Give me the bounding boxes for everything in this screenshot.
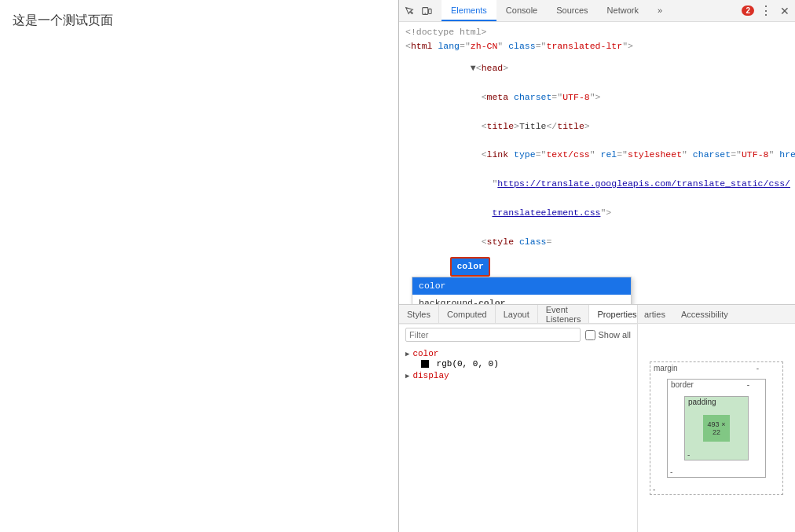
- color-swatch: [421, 360, 429, 368]
- boxmodel-header: arties Accessibility: [638, 305, 795, 324]
- filter-input[interactable]: [405, 328, 581, 342]
- boxmodel-pane: arties Accessibility margin - border: [638, 305, 795, 532]
- margin-label: margin: [654, 364, 678, 372]
- computed-display-row: ▶ display: [405, 370, 631, 381]
- devtools-toolbar: Elements Console Sources Network » 2 ⋮ ✕: [399, 0, 795, 22]
- html-line-link[interactable]: <link type="text/css" rel="stylesheet" c…: [405, 141, 789, 170]
- devtools-toolbar-right: 2 ⋮ ✕: [742, 4, 792, 18]
- triangle-icon: ▶: [405, 350, 409, 358]
- svg-rect-1: [429, 9, 432, 13]
- tab-styles[interactable]: Styles: [399, 305, 439, 323]
- margin-dash: -: [757, 364, 759, 372]
- html-line-head[interactable]: ▼ <head>: [405, 54, 789, 83]
- tab-sources[interactable]: Sources: [547, 0, 597, 21]
- show-all-checkbox[interactable]: [585, 330, 595, 340]
- autocomplete-input[interactable]: color: [456, 261, 484, 271]
- computed-color-value: rgb(0, 0, 0): [405, 359, 631, 369]
- app-layout: 这是一个测试页面: [0, 0, 795, 532]
- devtools-tabs: Elements Console Sources Network »: [441, 0, 740, 21]
- triangle-icon-2: ▶: [405, 372, 409, 380]
- styles-pane: Styles Computed Layout Event Listeners P…: [399, 305, 638, 532]
- page-heading: 这是一个测试页面: [13, 13, 386, 29]
- tab-console[interactable]: Console: [496, 0, 547, 21]
- html-line-title[interactable]: <title> Title </title>: [405, 112, 789, 141]
- tab-properties[interactable]: Properties: [589, 305, 638, 323]
- padding-bottom-dash: -: [687, 450, 690, 459]
- filter-area: Show all: [399, 324, 637, 345]
- device-mode-icon[interactable]: [419, 4, 434, 18]
- border-bottom-dash: -: [670, 468, 672, 476]
- devtools-bottom-pane: Styles Computed Layout Event Listeners P…: [399, 304, 795, 532]
- devtools-panel: Elements Console Sources Network » 2 ⋮ ✕…: [398, 0, 795, 532]
- tab-network[interactable]: Network: [598, 0, 648, 21]
- autocomplete-dropdown: colorbackground-colorborder-block-end-co…: [412, 277, 632, 304]
- ac-item-1[interactable]: background-color: [412, 295, 631, 304]
- html-line-link2: "https://translate.googleapis.com/transl…: [405, 170, 789, 199]
- devtools-close-icon[interactable]: ✕: [778, 4, 792, 18]
- devtools-toolbar-icons: [402, 4, 434, 18]
- tab-computed[interactable]: Computed: [439, 305, 496, 323]
- computed-properties: ▶ color rgb(0, 0, 0) ▶ display: [399, 345, 637, 532]
- ac-item-0[interactable]: color: [412, 277, 631, 295]
- inspect-icon[interactable]: [402, 4, 416, 18]
- content-box: 493 × 22: [703, 415, 730, 442]
- main-page: 这是一个测试页面: [0, 0, 398, 532]
- devtools-html-area: <!doctype html> <html lang="zh-CN" class…: [399, 22, 795, 304]
- margin-bottom-dash: -: [653, 485, 655, 493]
- show-all-label[interactable]: Show all: [585, 330, 631, 340]
- error-badge: 2: [742, 6, 754, 16]
- html-tree: <!doctype html> <html lang="zh-CN" class…: [399, 22, 795, 304]
- svg-point-2: [425, 13, 426, 13]
- computed-color-row: ▶ color: [405, 348, 631, 359]
- tab-elements[interactable]: Elements: [441, 0, 496, 21]
- autocomplete-wrapper: color colorbackground-colorborder-block-…: [405, 257, 789, 276]
- content-size: 493 × 22: [703, 420, 730, 436]
- padding-label: padding: [688, 398, 716, 406]
- tab-more[interactable]: »: [648, 0, 672, 21]
- html-line-doctype: <!doctype html>: [405, 25, 789, 39]
- html-line-link3: translateelement.css">: [405, 199, 789, 228]
- html-line-html[interactable]: <html lang="zh-CN" class="translated-ltr…: [405, 39, 789, 53]
- border-dash: -: [747, 380, 749, 389]
- html-line-meta[interactable]: <meta charset="UTF-8">: [405, 83, 789, 112]
- styles-header: Styles Computed Layout Event Listeners P…: [399, 305, 637, 324]
- border-label: border: [671, 380, 694, 389]
- devtools-settings-icon[interactable]: ⋮: [759, 4, 773, 18]
- box-model-diagram: margin - border - padding: [650, 361, 783, 495]
- tab-event-listeners[interactable]: Event Listeners: [538, 305, 590, 323]
- boxmodel-content: margin - border - padding: [638, 324, 795, 532]
- html-line-style[interactable]: <style class=: [405, 227, 789, 256]
- tab-layout[interactable]: Layout: [496, 305, 538, 323]
